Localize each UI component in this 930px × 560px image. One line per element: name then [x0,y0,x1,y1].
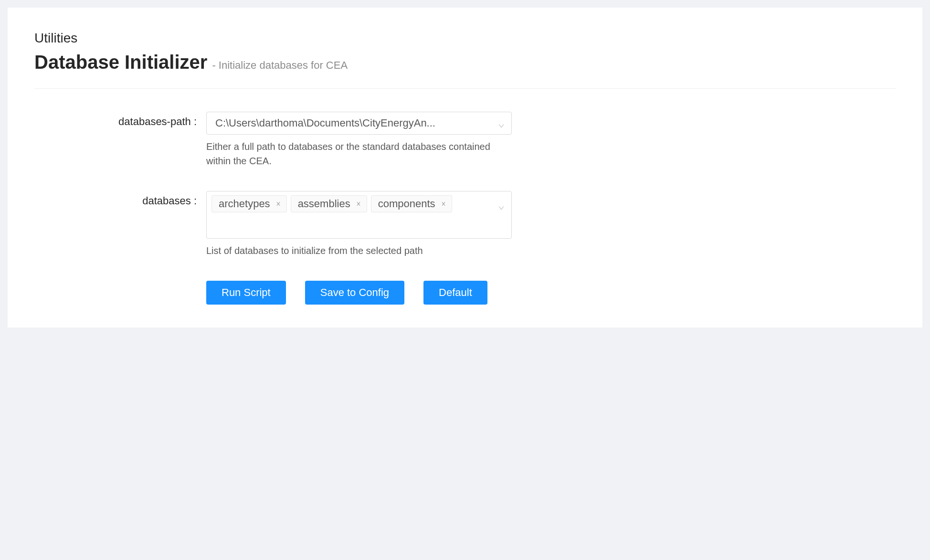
chevron-down-icon [498,202,505,209]
tag-label: components [378,198,435,210]
form-row-databases: databases archetypes assemblies [34,191,560,258]
tag-assemblies: assemblies [291,195,367,212]
page-subtitle: - Initialize databases for CEA [212,59,348,72]
databases-path-select[interactable]: C:\Users\darthoma\Documents\CityEnergyAn… [206,112,512,135]
close-icon[interactable] [354,200,363,208]
databases-multiselect[interactable]: archetypes assemblies components [206,191,512,239]
run-script-button[interactable]: Run Script [206,281,286,305]
tag-components: components [371,195,452,212]
label-databases: databases [34,191,206,207]
section-label: Utilities [34,31,896,46]
default-button[interactable]: Default [423,281,487,305]
page-header: Database Initializer - Initialize databa… [34,52,896,89]
chevron-down-icon [498,120,505,127]
page-card: Utilities Database Initializer - Initial… [8,8,922,328]
databases-path-value: C:\Users\darthoma\Documents\CityEnergyAn… [215,117,492,129]
tag-archetypes: archetypes [211,195,287,212]
form: databases-path C:\Users\darthoma\Documen… [34,112,560,305]
tag-label: archetypes [219,198,270,210]
page-title: Database Initializer [34,52,207,73]
form-row-databases-path: databases-path C:\Users\darthoma\Documen… [34,112,560,168]
save-to-config-button[interactable]: Save to Config [305,281,404,305]
label-databases-path: databases-path [34,112,206,128]
databases-help: List of databases to initialize from the… [206,243,512,258]
close-icon[interactable] [274,200,283,208]
control-databases-path: C:\Users\darthoma\Documents\CityEnergyAn… [206,112,512,168]
databases-path-help: Either a full path to databases or the s… [206,139,512,168]
button-row: Run Script Save to Config Default [206,281,560,305]
tag-label: assemblies [298,198,350,210]
control-databases: archetypes assemblies components [206,191,512,258]
close-icon[interactable] [439,200,448,208]
